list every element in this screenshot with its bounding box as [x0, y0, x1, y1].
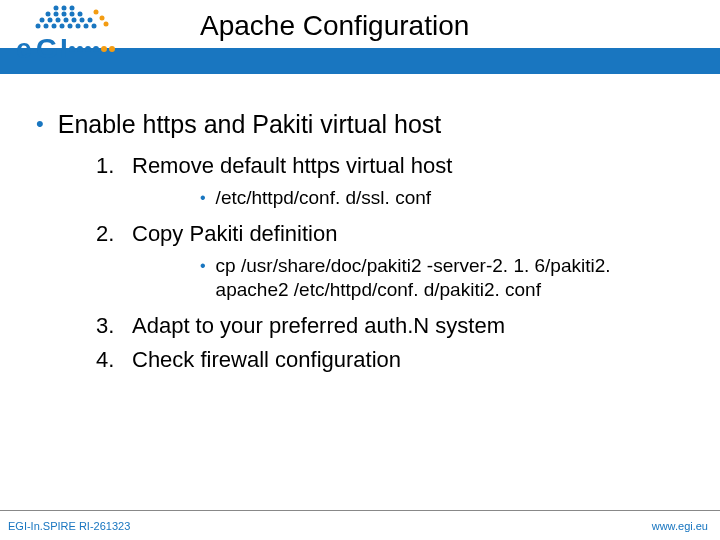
main-bullet-text: Enable https and Pakiti virtual host — [58, 110, 442, 138]
item-text: Remove default https virtual host — [132, 152, 452, 180]
svg-point-17 — [52, 24, 57, 29]
main-bullet: • Enable https and Pakiti virtual host — [36, 110, 690, 138]
footer: EGI-In.SPIRE RI-261323 www.egi.eu — [0, 510, 720, 540]
egi-logo: e G I — [8, 2, 138, 72]
svg-point-14 — [88, 18, 93, 23]
svg-point-29 — [69, 46, 75, 52]
svg-point-5 — [62, 12, 67, 17]
svg-point-8 — [40, 18, 45, 23]
svg-point-22 — [92, 24, 97, 29]
svg-point-4 — [54, 12, 59, 17]
item-number: 3. — [96, 312, 124, 340]
numbered-list: 1. Remove default https virtual host • /… — [96, 152, 690, 374]
content: • Enable https and Pakiti virtual host 1… — [0, 80, 720, 374]
svg-point-11 — [64, 18, 69, 23]
bullet-icon: • — [200, 254, 206, 278]
svg-point-23 — [94, 10, 99, 15]
svg-point-16 — [44, 24, 49, 29]
svg-point-13 — [80, 18, 85, 23]
item-text: Copy Pakiti definition — [132, 220, 337, 248]
svg-point-3 — [46, 12, 51, 17]
svg-point-2 — [70, 6, 75, 11]
svg-text:e: e — [16, 33, 32, 64]
sub-item: • cp /usr/share/doc/pakiti2 -server-2. 1… — [200, 254, 690, 302]
list-item: 2. Copy Pakiti definition — [96, 220, 690, 248]
item-number: 1. — [96, 152, 124, 180]
list-item: 3. Adapt to your preferred auth.N system — [96, 312, 690, 340]
list-item: 1. Remove default https virtual host — [96, 152, 690, 180]
svg-point-21 — [84, 24, 89, 29]
svg-point-12 — [72, 18, 77, 23]
sub-item-text: /etc/httpd/conf. d/ssl. conf — [216, 186, 431, 210]
svg-text:G: G — [36, 33, 58, 64]
svg-point-34 — [109, 46, 115, 52]
svg-point-6 — [70, 12, 75, 17]
item-text: Adapt to your preferred auth.N system — [132, 312, 505, 340]
svg-point-31 — [85, 46, 91, 52]
item-number: 2. — [96, 220, 124, 248]
svg-point-25 — [104, 22, 109, 27]
svg-point-10 — [56, 18, 61, 23]
svg-point-1 — [62, 6, 67, 11]
svg-point-32 — [93, 46, 99, 52]
bullet-icon: • — [36, 110, 44, 138]
bullet-icon: • — [200, 186, 206, 210]
svg-point-15 — [36, 24, 41, 29]
item-number: 4. — [96, 346, 124, 374]
footer-right-link[interactable]: www.egi.eu — [652, 520, 708, 532]
sub-item-text: cp /usr/share/doc/pakiti2 -server-2. 1. … — [216, 254, 616, 302]
svg-point-0 — [54, 6, 59, 11]
svg-point-19 — [68, 24, 73, 29]
svg-text:I: I — [60, 33, 68, 64]
svg-point-30 — [77, 46, 83, 52]
svg-point-33 — [101, 46, 107, 52]
sub-list: • /etc/httpd/conf. d/ssl. conf — [200, 186, 690, 210]
slide-title: Apache Configuration — [200, 10, 469, 42]
svg-point-18 — [60, 24, 65, 29]
list-item: 4. Check firewall configuration — [96, 346, 690, 374]
sub-list: • cp /usr/share/doc/pakiti2 -server-2. 1… — [200, 254, 690, 302]
sub-item: • /etc/httpd/conf. d/ssl. conf — [200, 186, 690, 210]
header: e G I Apache Configuration — [0, 0, 720, 80]
svg-point-9 — [48, 18, 53, 23]
svg-point-24 — [100, 16, 105, 21]
item-text: Check firewall configuration — [132, 346, 401, 374]
svg-point-7 — [78, 12, 83, 17]
footer-left-text: EGI-In.SPIRE RI-261323 — [8, 520, 130, 532]
svg-point-20 — [76, 24, 81, 29]
